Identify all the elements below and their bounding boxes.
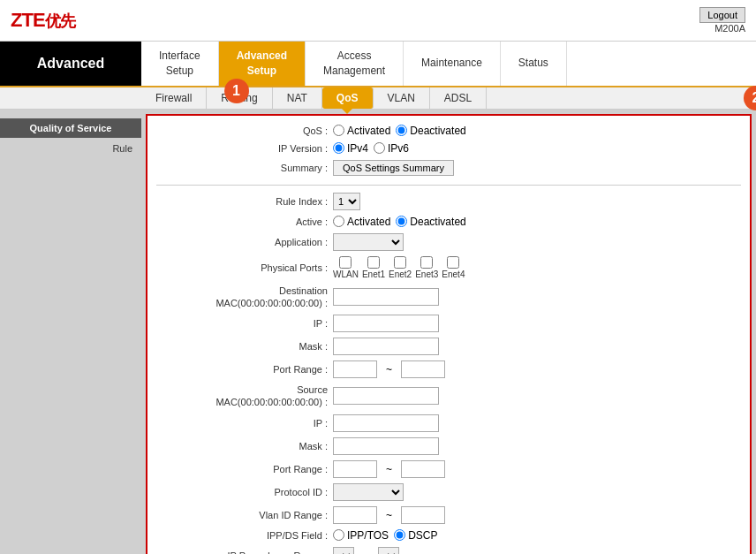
ipp-ds-field-row: IPP/DS Field : IPP/TOS DSCP: [156, 529, 741, 542]
qos-deactivated-radio[interactable]: [396, 125, 407, 136]
top-nav: Advanced InterfaceSetup AdvancedSetup Ac…: [0, 42, 756, 87]
sub-tab-adsl[interactable]: ADSL: [430, 87, 487, 109]
ip-precedence-from-select[interactable]: [333, 547, 354, 554]
qos-activated-radio[interactable]: [333, 125, 344, 136]
protocol-id-row: Protocol ID :: [156, 483, 741, 501]
src-port-range-value: ~: [333, 460, 445, 478]
sub-tab-firewall[interactable]: Firewall: [141, 87, 207, 109]
sidebar: Quality of Service Rule: [0, 110, 141, 554]
qos-label: QoS :: [156, 125, 333, 136]
active-row: Active : Activated Deactivated: [156, 216, 741, 228]
src-port-range-from[interactable]: [333, 460, 377, 478]
ip-precedence-range-row: IP Precedence Range : ~: [156, 547, 741, 554]
vlan-id-range-value: ~: [333, 506, 445, 524]
active-deactivated-radio[interactable]: [396, 216, 407, 227]
ipv6-radio[interactable]: [374, 142, 385, 154]
ipp-tos-radio[interactable]: [333, 529, 344, 541]
port-enet2-label: Enet2: [389, 269, 412, 279]
ip-precedence-range-label: IP Precedence Range :: [156, 550, 333, 554]
dscp-radio-label[interactable]: DSCP: [394, 529, 437, 542]
src-port-range-to[interactable]: [401, 460, 445, 478]
ipv4-radio-label[interactable]: IPv4: [333, 142, 368, 155]
application-select[interactable]: [333, 233, 404, 251]
main-content: Quality of Service Rule QoS : Activated …: [0, 110, 756, 554]
port-enet4-checkbox[interactable]: [447, 256, 459, 269]
dest-port-range-value: ~: [333, 360, 445, 378]
port-enet3-checkbox[interactable]: [420, 256, 433, 269]
sidebar-label: Advanced: [0, 42, 141, 86]
sub-tab-nat[interactable]: NAT: [273, 87, 322, 109]
sidebar-section-title: Quality of Service: [0, 118, 141, 138]
sub-nav: Firewall Routing NAT QoS 1 VLAN ADSL 2: [0, 87, 756, 110]
sub-tab-qos[interactable]: QoS 1: [322, 87, 374, 109]
dest-mask-label: Mask :: [156, 341, 333, 352]
rule-index-value: 123: [333, 193, 360, 210]
vlan-id-range-label: Vlan ID Range :: [156, 510, 333, 520]
logout-area: Logout M200A: [699, 7, 745, 34]
qos-activated-radio-label[interactable]: Activated: [333, 125, 390, 137]
tab-access-management[interactable]: AccessManagement: [306, 42, 404, 86]
physical-ports-value: WLAN Enet1 Enet2 Enet3: [333, 256, 465, 279]
qos-section: QoS : Activated Deactivated IP Version :: [156, 125, 741, 176]
dest-port-range-from[interactable]: [333, 360, 377, 378]
vlan-id-from[interactable]: [333, 506, 377, 524]
vlan-tilde: ~: [382, 509, 396, 521]
ipv6-radio-label[interactable]: IPv6: [374, 142, 409, 155]
dest-mac-input[interactable]: [333, 288, 439, 306]
port-enet3-label: Enet3: [415, 269, 438, 279]
summary-label: Summary :: [156, 163, 333, 173]
src-ip-row: IP :: [156, 414, 741, 432]
ipp-tos-radio-label[interactable]: IPP/TOS: [333, 529, 389, 542]
active-deactivated-radio-label[interactable]: Deactivated: [396, 216, 465, 228]
src-mask-row: Mask :: [156, 437, 741, 455]
dest-mac-label: DestinationMAC(00:00:00:00:00:00) :: [156, 285, 333, 310]
ipp-ds-field-value: IPP/TOS DSCP: [333, 529, 437, 542]
rule-index-label: Rule Index :: [156, 196, 333, 207]
active-activated-radio-label[interactable]: Activated: [333, 216, 390, 228]
port-enet4-label: Enet4: [442, 269, 465, 279]
src-mask-input[interactable]: [333, 437, 439, 455]
src-mac-input[interactable]: [333, 387, 439, 405]
port-enet2-checkbox[interactable]: [394, 256, 406, 269]
src-mac-row: SourceMAC(00:00:00:00:00:00) :: [156, 383, 741, 409]
port-wlan-checkbox[interactable]: [339, 256, 352, 269]
dest-port-range-to[interactable]: [401, 360, 445, 378]
active-value: Activated Deactivated: [333, 216, 466, 228]
protocol-id-value: [333, 483, 404, 501]
dest-mac-row: DestinationMAC(00:00:00:00:00:00) :: [156, 285, 741, 310]
dest-mask-input[interactable]: [333, 338, 439, 355]
ports-container: WLAN Enet1 Enet2 Enet3: [333, 256, 465, 279]
rule-index-row: Rule Index : 123: [156, 193, 741, 210]
ip-precedence-tilde: ~: [359, 550, 373, 554]
src-ip-input[interactable]: [333, 414, 439, 432]
logout-button[interactable]: Logout: [699, 7, 745, 23]
protocol-id-label: Protocol ID :: [156, 487, 333, 497]
model-label: M200A: [699, 23, 745, 34]
dest-port-tilde: ~: [382, 363, 396, 376]
src-port-tilde: ~: [382, 463, 396, 475]
ip-precedence-to-select[interactable]: [378, 547, 399, 554]
port-enet2: Enet2: [389, 256, 412, 279]
summary-button[interactable]: QoS Settings Summary: [333, 160, 454, 176]
port-enet4: Enet4: [442, 256, 465, 279]
tab-status[interactable]: Status: [501, 42, 567, 86]
qos-deactivated-radio-label[interactable]: Deactivated: [396, 125, 465, 137]
src-mask-label: Mask :: [156, 441, 333, 452]
tab-maintenance[interactable]: Maintenance: [404, 42, 501, 86]
active-activated-radio[interactable]: [333, 216, 344, 227]
rule-index-select[interactable]: 123: [333, 193, 360, 210]
application-value: [333, 233, 404, 251]
sidebar-item-rule[interactable]: Rule: [0, 140, 141, 157]
dest-ip-input[interactable]: [333, 315, 439, 332]
dscp-radio[interactable]: [394, 529, 405, 541]
sub-tab-vlan[interactable]: VLAN: [374, 87, 430, 109]
badge-2: 2: [744, 86, 756, 110]
protocol-id-select[interactable]: [333, 483, 404, 501]
ipv4-radio[interactable]: [333, 142, 344, 154]
content-area: QoS : Activated Deactivated IP Version :: [146, 114, 752, 554]
vlan-id-to[interactable]: [401, 506, 445, 524]
port-enet1-checkbox[interactable]: [367, 256, 380, 269]
logo-text: ZTE优先: [11, 9, 75, 32]
tab-interface-setup[interactable]: InterfaceSetup: [141, 42, 219, 86]
ip-version-label: IP Version :: [156, 143, 333, 154]
